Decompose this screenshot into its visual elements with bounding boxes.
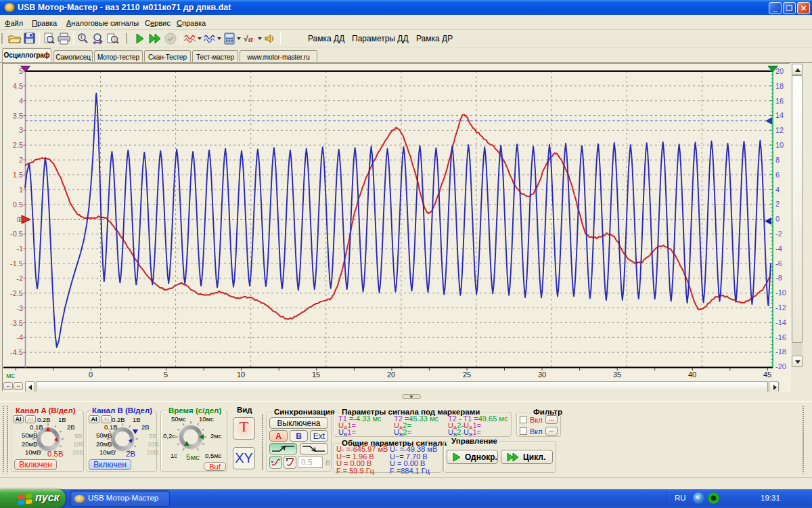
svg-text:-12: -12 [775,303,786,312]
svg-text:12: 12 [775,126,784,134]
svg-text:30: 30 [538,371,546,379]
svg-text:10: 10 [237,371,245,379]
svg-text:15: 15 [312,371,320,379]
svg-text:0: 0 [89,371,93,379]
svg-text:14: 14 [775,111,784,119]
svg-text:3: 3 [19,126,23,134]
svg-text:2: 2 [19,156,23,164]
svg-text:10: 10 [775,141,784,149]
svg-text:-2: -2 [16,274,23,282]
svg-text:0.5: 0.5 [13,200,23,209]
svg-text:-20: -20 [775,362,786,371]
svg-text:16: 16 [775,97,784,105]
svg-text:-3.5: -3.5 [10,319,23,327]
svg-text:3.5: 3.5 [13,112,23,120]
svg-text:-2.5: -2.5 [10,289,23,297]
svg-text:1.5: 1.5 [13,171,23,179]
svg-text:20: 20 [775,67,784,75]
svg-text:-0.5: -0.5 [10,230,23,238]
svg-text:4.5: 4.5 [13,82,23,90]
svg-text:-10: -10 [775,289,786,297]
svg-text:8: 8 [775,156,780,164]
svg-text:-6: -6 [775,259,782,268]
svg-text:-4: -4 [775,245,782,253]
svg-text:-14: -14 [775,318,786,326]
svg-text:0: 0 [17,216,21,224]
svg-text:35: 35 [613,371,621,379]
svg-text:-3: -3 [16,304,23,312]
svg-text:-2: -2 [775,230,782,238]
svg-text:25: 25 [463,371,471,379]
svg-text:-8: -8 [775,274,782,282]
svg-text:-16: -16 [775,333,786,341]
svg-text:мс: мс [6,371,16,379]
svg-text:18: 18 [775,82,784,90]
svg-text:-1.5: -1.5 [10,259,23,268]
svg-text:40: 40 [688,371,696,379]
svg-text:√: √ [244,34,248,43]
svg-text:4: 4 [775,186,780,194]
svg-text:α: α [248,35,254,43]
svg-text:20: 20 [387,371,395,379]
svg-text:6: 6 [775,171,780,179]
svg-text:1: 1 [19,186,23,194]
svg-text:45: 45 [763,371,771,379]
svg-text:5: 5 [164,371,168,379]
svg-text:-1: -1 [16,245,23,253]
svg-text:!: ! [81,34,83,41]
svg-text:2: 2 [775,200,780,208]
svg-text:-4.5: -4.5 [10,348,23,356]
svg-text:0: 0 [775,215,780,223]
svg-text:-4: -4 [16,333,23,341]
svg-text:2.5: 2.5 [13,141,23,149]
svg-text:-18: -18 [775,347,786,356]
svg-text:4: 4 [19,97,23,105]
